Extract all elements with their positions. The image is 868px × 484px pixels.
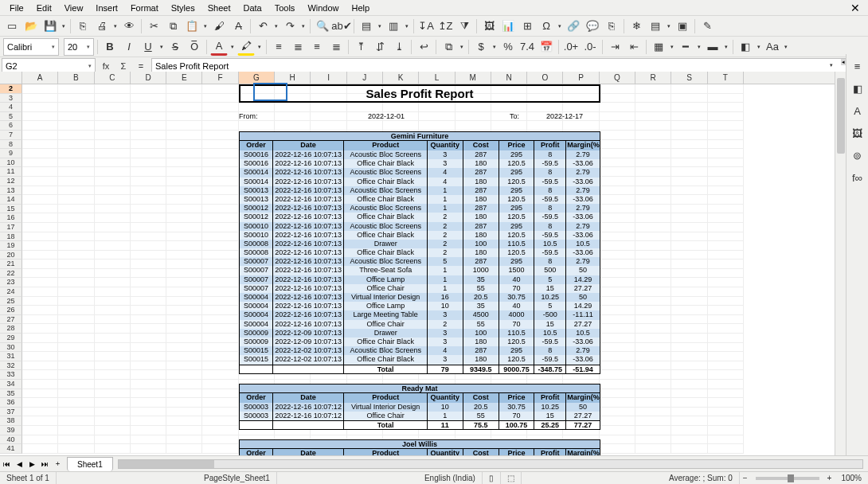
table-row[interactable]: S000082022-12-16 10:07:13Office Chair Bl… (239, 248, 600, 257)
borders-icon[interactable]: ▦ (650, 38, 667, 56)
cell[interactable] (202, 131, 238, 140)
table-row[interactable]: S000072022-12-16 10:07:13Three-Seat Sofa… (239, 266, 600, 275)
table-row[interactable]: S000032022-12-16 10:07:12Office Chair155… (239, 412, 600, 420)
cell[interactable] (635, 84, 671, 94)
cell[interactable] (671, 251, 707, 260)
cell[interactable] (202, 223, 238, 232)
cell[interactable] (600, 287, 635, 297)
pivot-icon[interactable]: ⊞ (518, 18, 536, 35)
cell[interactable] (635, 223, 671, 232)
cell[interactable] (635, 251, 671, 260)
gallery-icon[interactable]: 🖼 (849, 124, 866, 142)
cell[interactable] (671, 205, 707, 214)
col-header-A[interactable]: A (22, 72, 58, 84)
cell[interactable] (58, 380, 94, 389)
cell[interactable] (131, 352, 166, 361)
menu-file[interactable]: File (3, 2, 30, 14)
cell[interactable] (671, 416, 707, 426)
cell[interactable] (22, 131, 58, 140)
col-header-C[interactable]: C (95, 72, 131, 84)
cell[interactable] (202, 426, 238, 435)
cell[interactable] (202, 343, 238, 353)
cell[interactable] (202, 195, 238, 205)
cell[interactable] (58, 352, 94, 361)
clear-format-icon[interactable]: A̶ (229, 18, 247, 35)
cell[interactable] (58, 213, 94, 223)
cell[interactable] (635, 158, 671, 168)
cell[interactable] (58, 140, 94, 150)
cell[interactable] (671, 149, 707, 158)
cell[interactable] (202, 435, 238, 445)
cell[interactable] (202, 149, 238, 158)
cell[interactable] (131, 426, 166, 435)
row-header-26[interactable]: 26 (0, 306, 22, 315)
cell[interactable] (131, 84, 166, 94)
cell[interactable] (131, 140, 166, 150)
menu-help[interactable]: Help (346, 2, 377, 14)
cell[interactable] (95, 416, 131, 426)
cell[interactable] (708, 370, 744, 380)
status-selection[interactable]: ⬚ (501, 472, 522, 484)
row-header-39[interactable]: 39 (0, 426, 22, 435)
cell[interactable] (95, 269, 131, 279)
row-header-23[interactable]: 23 (0, 278, 22, 287)
cell[interactable] (95, 112, 131, 122)
table-row[interactable]: S000122022-12-16 10:07:13Acoustic Bloc S… (239, 204, 600, 213)
cell[interactable] (131, 103, 166, 112)
cell[interactable] (671, 223, 707, 232)
cell[interactable] (22, 213, 58, 223)
cell[interactable] (22, 158, 58, 168)
cell[interactable] (202, 370, 238, 380)
cell[interactable] (95, 370, 131, 380)
cell[interactable] (671, 140, 707, 150)
split-icon[interactable]: ▤ (647, 18, 664, 35)
cell[interactable] (635, 167, 671, 177)
cell[interactable] (166, 241, 202, 251)
cell[interactable] (671, 343, 707, 353)
cell[interactable] (600, 389, 635, 399)
sheet-nav-2[interactable]: ▶ (25, 458, 38, 470)
row-header-10[interactable]: 10 (0, 158, 22, 168)
cell[interactable] (635, 195, 671, 205)
cell[interactable] (95, 140, 131, 150)
cell[interactable] (22, 149, 58, 158)
cell[interactable] (95, 213, 131, 223)
row-icon[interactable]: ▤ (358, 18, 375, 35)
cell[interactable] (95, 324, 131, 334)
dropdown-arrow[interactable]: ▾ (723, 38, 729, 56)
cell[interactable] (202, 186, 238, 196)
cell[interactable] (95, 398, 131, 408)
cell[interactable] (202, 361, 238, 371)
cell[interactable] (635, 103, 671, 112)
cell[interactable] (635, 435, 671, 445)
cell[interactable] (166, 389, 202, 399)
row-header-2[interactable]: 2 (0, 84, 22, 94)
table-row[interactable]: S000132022-12-16 10:07:13Office Chair Bl… (239, 195, 600, 204)
cell[interactable] (22, 416, 58, 426)
cell[interactable] (708, 315, 744, 325)
row-header-24[interactable]: 24 (0, 287, 22, 297)
cell[interactable] (22, 315, 58, 325)
cell[interactable] (131, 269, 166, 279)
menu-view[interactable]: View (58, 2, 90, 14)
cell[interactable] (58, 186, 94, 196)
cell[interactable] (600, 361, 635, 371)
cell[interactable] (600, 278, 635, 287)
cell[interactable] (95, 177, 131, 186)
cell[interactable] (202, 112, 238, 122)
cell[interactable] (58, 306, 94, 315)
menu-insert[interactable]: Insert (89, 2, 124, 14)
cell[interactable] (166, 287, 202, 297)
font-color-icon[interactable]: A (210, 38, 228, 56)
cell[interactable] (671, 435, 707, 445)
cell[interactable] (600, 195, 635, 205)
zoom-slider[interactable] (756, 477, 819, 480)
cell[interactable] (708, 213, 744, 223)
table-row[interactable]: S000122022-12-16 10:07:13Office Chair Bl… (239, 213, 600, 221)
cell[interactable] (671, 121, 707, 131)
cell[interactable] (131, 205, 166, 214)
row-header-33[interactable]: 33 (0, 370, 22, 380)
increase-indent-icon[interactable]: ⇥ (606, 38, 624, 56)
cell[interactable] (131, 408, 166, 417)
cell[interactable] (166, 213, 202, 223)
